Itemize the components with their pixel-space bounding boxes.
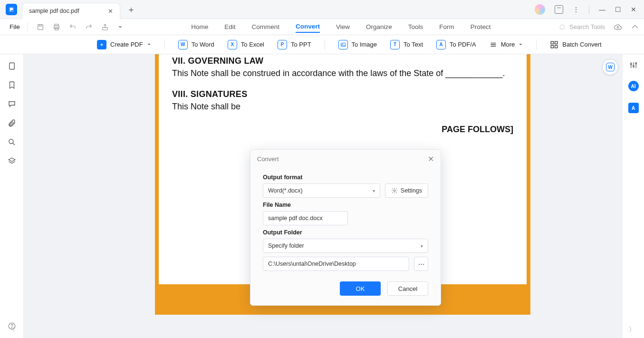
tab-close-icon[interactable]: ✕ xyxy=(108,8,113,15)
chevron-down-icon xyxy=(519,42,523,47)
create-pdf-label: Create PDF xyxy=(110,41,143,48)
window-minimize-icon[interactable]: — xyxy=(599,6,606,13)
svg-rect-5 xyxy=(55,28,58,30)
create-pdf-button[interactable]: ＋ Create PDF xyxy=(97,40,151,49)
app-logo xyxy=(6,4,17,15)
collapse-ribbon-icon[interactable] xyxy=(631,23,639,31)
to-pdfa-button[interactable]: ATo PDF/A xyxy=(436,40,476,49)
app-logo-icon xyxy=(8,6,15,13)
tab-convert[interactable]: Convert xyxy=(296,21,320,33)
layers-icon[interactable] xyxy=(8,157,16,165)
output-folder-label: Output Folder xyxy=(263,229,428,236)
app-badge[interactable]: A xyxy=(628,103,639,113)
tab-view[interactable]: View xyxy=(336,21,350,32)
dialog-close-icon[interactable]: ✕ xyxy=(428,155,434,164)
svg-point-19 xyxy=(630,63,632,65)
nav-next-icon[interactable]: 〉 xyxy=(629,326,635,334)
browse-folder-button[interactable]: ⋯ xyxy=(414,257,428,271)
convert-ribbon: ＋ Create PDF WTo Word XTo Excel PTo PPT … xyxy=(0,35,644,54)
tab-comment[interactable]: Comment xyxy=(251,21,279,32)
print-icon[interactable] xyxy=(53,23,60,31)
menubar: File Home Edit Comment Convert View Orga… xyxy=(0,19,644,35)
output-format-label: Output format xyxy=(263,174,428,181)
svg-point-14 xyxy=(9,139,13,144)
main-tabs: Home Edit Comment Convert View Organize … xyxy=(191,21,490,33)
redo-icon[interactable] xyxy=(85,23,93,31)
output-path-input[interactable] xyxy=(263,257,409,271)
tab-protect[interactable]: Protect xyxy=(471,21,491,32)
section-body-vii: This Note shall be construed in accordan… xyxy=(172,66,513,81)
hamburger-icon xyxy=(490,41,497,48)
to-image-button[interactable]: To Image xyxy=(338,40,377,49)
file-name-label: File Name xyxy=(263,202,428,208)
search-icon[interactable] xyxy=(8,138,16,146)
svg-rect-11 xyxy=(551,45,554,48)
right-rail: AI A xyxy=(622,54,644,338)
output-format-value: Word(*.docx) xyxy=(268,187,303,194)
more-dropdown[interactable]: More xyxy=(490,41,523,48)
save-icon[interactable] xyxy=(37,23,44,31)
messages-icon[interactable] xyxy=(555,5,563,14)
svg-point-20 xyxy=(633,66,634,67)
tab-tools[interactable]: Tools xyxy=(408,21,423,32)
tab-title: sample pdf doc.pdf xyxy=(29,8,79,14)
ellipsis-icon: ⋯ xyxy=(418,261,424,268)
share-icon[interactable] xyxy=(101,23,109,31)
cloud-upload-icon[interactable] xyxy=(614,23,622,31)
to-text-button[interactable]: TTo Text xyxy=(390,40,423,49)
chevron-down-icon: ▾ xyxy=(421,243,423,249)
section-body-viii: This Note shall be xyxy=(172,99,513,114)
svg-rect-10 xyxy=(555,41,557,44)
svg-rect-1 xyxy=(38,24,43,29)
window-close-icon[interactable]: ✕ xyxy=(631,6,636,13)
batch-convert-button[interactable]: Batch Convert xyxy=(550,40,601,49)
svg-rect-2 xyxy=(39,24,41,26)
svg-rect-13 xyxy=(9,63,14,69)
account-avatar[interactable] xyxy=(535,4,545,15)
tab-organize[interactable]: Organize xyxy=(366,21,392,32)
sliders-icon[interactable] xyxy=(629,61,638,69)
convert-dialog: Convert ✕ Output format Word(*.docx) ▾ S… xyxy=(250,149,441,306)
quick-to-word-fab[interactable]: W xyxy=(602,59,618,75)
dialog-title: Convert xyxy=(257,155,279,163)
document-canvas[interactable]: VII. GOVERNING LAW This Note shall be co… xyxy=(24,54,622,338)
chevron-down-icon xyxy=(147,42,151,47)
bookmarks-icon[interactable] xyxy=(8,81,16,89)
document-tab[interactable]: sample pdf doc.pdf ✕ xyxy=(22,3,120,19)
to-word-button[interactable]: WTo Word xyxy=(178,40,214,49)
kebab-menu-icon[interactable]: ⋮ xyxy=(573,6,579,13)
thumbnails-icon[interactable] xyxy=(8,62,16,70)
to-excel-button[interactable]: XTo Excel xyxy=(228,40,264,49)
comments-icon[interactable] xyxy=(8,100,16,108)
file-menu[interactable]: File xyxy=(5,21,25,32)
settings-label: Settings xyxy=(401,187,422,194)
quick-access-bar xyxy=(37,23,123,31)
search-placeholder: Search Tools xyxy=(569,23,605,30)
tab-edit[interactable]: Edit xyxy=(224,21,235,32)
cancel-button[interactable]: Cancel xyxy=(387,281,428,296)
attachments-icon[interactable] xyxy=(8,119,16,127)
to-ppt-button[interactable]: PTo PPT xyxy=(278,40,311,49)
new-tab-button[interactable]: ＋ xyxy=(127,4,135,15)
search-tools[interactable]: Search Tools xyxy=(559,23,605,30)
undo-icon[interactable] xyxy=(69,23,77,31)
chevron-down-icon: ▾ xyxy=(373,188,375,193)
section-heading-viii: VIII. SIGNATURES xyxy=(172,89,513,99)
main-area: VII. GOVERNING LAW This Note shall be co… xyxy=(0,54,644,338)
svg-point-18 xyxy=(394,190,395,192)
section-heading-vii: VII. GOVERNING LAW xyxy=(172,56,513,66)
window-maximize-icon[interactable]: ☐ xyxy=(615,6,621,13)
file-name-input[interactable] xyxy=(263,211,348,225)
settings-button[interactable]: Settings xyxy=(385,183,428,198)
tab-home[interactable]: Home xyxy=(191,21,208,32)
tab-form[interactable]: Form xyxy=(439,21,454,32)
titlebar: sample pdf doc.pdf ✕ ＋ ⋮ — ☐ ✕ xyxy=(0,0,644,19)
ok-button[interactable]: OK xyxy=(340,281,381,296)
svg-rect-12 xyxy=(555,45,557,48)
nav-prev-icon[interactable]: 〈 xyxy=(9,326,15,334)
output-folder-mode-select[interactable]: Specify folder ▾ xyxy=(263,239,428,253)
gear-icon xyxy=(391,187,398,194)
quick-more-icon[interactable] xyxy=(117,24,123,30)
ai-badge[interactable]: AI xyxy=(628,81,639,91)
output-format-select[interactable]: Word(*.docx) ▾ xyxy=(263,183,380,198)
